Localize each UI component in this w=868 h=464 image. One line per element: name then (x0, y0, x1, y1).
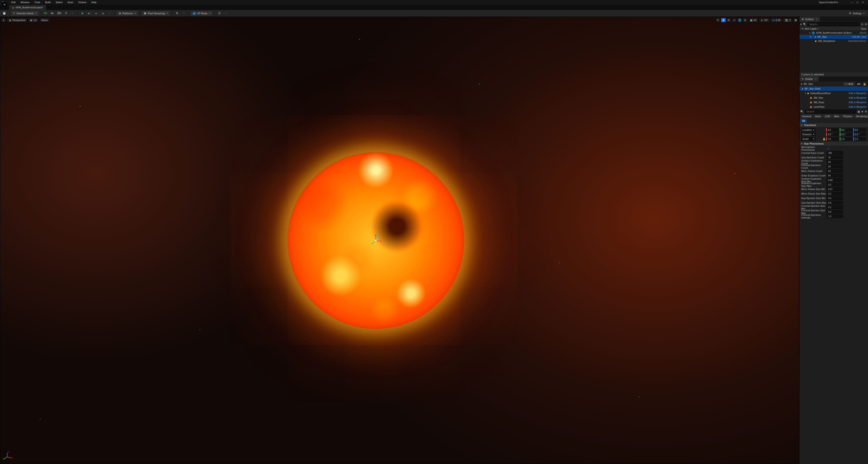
category-general[interactable]: General (800, 115, 813, 118)
lit-button[interactable]: ◐ Lit (28, 18, 38, 22)
gear-icon[interactable]: ⚙ (865, 110, 867, 113)
add-component-button[interactable]: ＋Add (843, 82, 855, 86)
cinematics-button[interactable]: 🎬▾ (56, 11, 62, 16)
prop-value-field[interactable]: 0.2 (827, 206, 843, 209)
menu-window[interactable]: Window (20, 0, 30, 4)
scale-z-field[interactable]: 1.0 (853, 137, 866, 141)
menu-select[interactable]: Select (55, 0, 64, 4)
edit-in-blueprint-link[interactable]: Edit in Blueprint (849, 105, 868, 108)
menu-help[interactable]: Help (91, 0, 97, 4)
rotation-z-field[interactable]: 0.0 ° (853, 132, 866, 136)
lock-icon[interactable]: 🔒 (823, 137, 826, 141)
surface-snap-button[interactable]: ⊙ (743, 18, 748, 22)
show-button[interactable]: Show (39, 18, 50, 22)
outliner-row[interactable]: 👁●BP_StarEdit BP_Star (800, 35, 868, 39)
component-row[interactable]: ◉SM_RaysEdit in Blueprint (800, 100, 868, 104)
outliner-tab[interactable]: ≣ Outliner × (800, 17, 820, 22)
component-view-button[interactable]: ⇄▾ (856, 82, 861, 86)
close-icon[interactable]: × (816, 18, 817, 21)
menu-build[interactable]: Build (44, 0, 52, 4)
play-button[interactable]: ▶ (80, 11, 86, 16)
rotation-y-field[interactable]: 0.0 ° (840, 132, 852, 136)
extra1-button[interactable]: ☰ (216, 11, 222, 16)
play-options-button[interactable]: ⋮ (107, 11, 113, 16)
prop-value-field[interactable]: 32 (827, 156, 843, 159)
scale-tool-button[interactable]: ⤢ (732, 18, 737, 22)
perspective-button[interactable]: ◍ Perspective (7, 18, 27, 22)
location-y-field[interactable]: 0.0 (840, 128, 852, 132)
component-row[interactable]: ▾◆DefaultSceneRootEdit in Blueprint (800, 91, 868, 95)
platforms-button[interactable]: 🖥 Platforms ▼ (117, 11, 138, 16)
outliner-row-type[interactable]: Edit BP_Star (852, 35, 868, 38)
scale-snap-button[interactable]: ⇲ 0.25 (770, 18, 782, 22)
rotation-x-field[interactable]: 0.0 ° (826, 132, 839, 136)
viewport[interactable]: ≡ ◍ Perspective ◐ Lit Show ↖ ✥ ⟳ ⤢ 🌐 ⊙ ▦… (0, 17, 799, 464)
section-star-phenomena[interactable]: ▼ Star Phenomena (800, 142, 868, 146)
outliner-row[interactable]: ▾🌐KPM_BuildFromScratch (Editor)World (800, 31, 868, 35)
component-row[interactable]: ◉LensFlareEdit in Blueprint (800, 104, 868, 109)
outliner-search-input[interactable] (808, 22, 860, 26)
ue-logo-icon[interactable]: U (1, 1, 8, 8)
prop-value-field[interactable]: 1.0 (827, 214, 843, 218)
prop-value-field[interactable]: 0.5 (827, 196, 843, 200)
angle-snap-button[interactable]: ∠ 10° (759, 18, 770, 22)
close-icon[interactable]: ✕ (861, 1, 864, 4)
category-actor[interactable]: Actor (813, 115, 823, 118)
grid-snap-button[interactable]: ▦ 10 (748, 18, 758, 22)
prop-value-field[interactable]: 64 (827, 169, 843, 173)
atmospheric-checkbox[interactable]: ✔ (827, 147, 830, 150)
prev-button[interactable]: ↺ (63, 11, 69, 16)
category-physics[interactable]: Physics (841, 115, 854, 118)
viewport-options-button[interactable]: ≡ (1, 18, 6, 22)
translate-tool-button[interactable]: ✥ (721, 18, 726, 22)
category-all[interactable]: All (800, 119, 807, 123)
minimize-icon[interactable]: — (850, 1, 854, 4)
prop-value-field[interactable]: 256 (827, 151, 843, 155)
menu-tools[interactable]: Tools (33, 0, 41, 4)
component-row[interactable]: ◉SM_StarEdit in Blueprint (800, 95, 868, 100)
scale-dropdown[interactable]: Scale▼ (801, 137, 816, 141)
next-button[interactable]: ⋮ (70, 11, 76, 16)
vp-roles-button[interactable]: 👥 VP Roles ▼ (190, 11, 213, 16)
gear-icon[interactable]: ⚙ (865, 23, 867, 26)
star-icon[interactable]: ★ (861, 110, 864, 113)
location-dropdown[interactable]: Location▼ (801, 128, 816, 132)
extra2-button[interactable]: ⋮ (223, 11, 229, 16)
add-content-button[interactable]: ✚▾ (43, 11, 49, 16)
trace-button[interactable]: ⇅ (174, 11, 180, 16)
prop-value-field[interactable]: 0.2 (827, 183, 843, 186)
edit-in-blueprint-link[interactable]: Edit in Blueprint (849, 92, 868, 95)
settings-button[interactable]: ⚙ Settings ▼ (847, 11, 867, 16)
rotate-tool-button[interactable]: ⟳ (726, 18, 731, 22)
outliner-row[interactable]: ◆SM_SkySphereStaticMeshActor (800, 39, 868, 43)
prop-value-field[interactable]: 0.2 (827, 192, 843, 195)
prop-value-field[interactable]: 0.4 (827, 210, 843, 214)
location-z-field[interactable]: 0.0 (853, 128, 866, 132)
step-button[interactable]: ▶| (86, 11, 92, 16)
category-lod[interactable]: LOD (823, 115, 832, 118)
details-tab[interactable]: ✎ Details × (800, 76, 819, 82)
selection-mode-button[interactable]: ↖ Selection Mode ▼ (11, 11, 39, 16)
pixel-streaming-button[interactable]: ▣ Pixel Streaming ▼ (142, 11, 170, 16)
eye-icon[interactable]: 👁 (809, 35, 812, 38)
save-button[interactable]: 💾 (1, 11, 7, 16)
level-tab[interactable]: ▲ KPM_BuildFromScratch* (9, 5, 46, 10)
details-search-input[interactable] (805, 110, 856, 114)
rotation-dropdown[interactable]: Rotation▼ (801, 132, 816, 136)
stop-button[interactable]: ■ (93, 11, 99, 16)
menu-edit[interactable]: Edit (10, 0, 17, 4)
prop-value-field[interactable]: 0.8 (827, 201, 843, 205)
filter-icon[interactable]: ▾ (800, 23, 802, 26)
category-rendering[interactable]: Rendering (854, 115, 868, 118)
close-icon[interactable]: × (815, 78, 816, 80)
prop-value-field[interactable]: 64 (827, 174, 843, 177)
prop-value-field[interactable]: 64 (827, 160, 843, 164)
coord-space-button[interactable]: 🌐 (737, 18, 742, 22)
component-row[interactable]: ●BP_Star (Self) (800, 86, 868, 91)
prop-value-field[interactable]: 0.07 (827, 187, 843, 191)
edit-in-blueprint-link[interactable]: Edit in Blueprint (849, 96, 868, 99)
camera-speed-button[interactable]: 📷 2 (783, 18, 793, 22)
location-x-field[interactable]: 0.0 (826, 128, 839, 132)
menu-octane[interactable]: Octane (78, 0, 87, 4)
maximize-icon[interactable]: ▢ (856, 1, 859, 4)
